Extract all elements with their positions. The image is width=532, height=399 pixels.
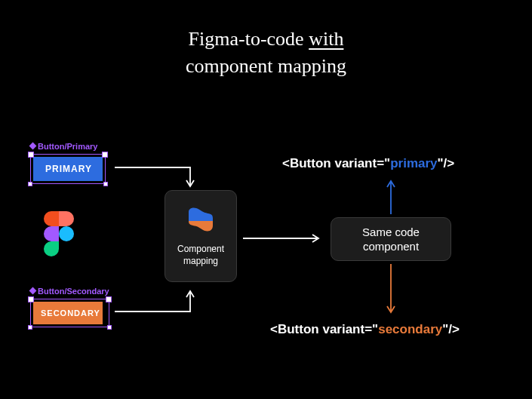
- figma-component-label-secondary: Button/Secondary: [30, 287, 109, 296]
- component-diamond-icon: [29, 287, 37, 295]
- same-code-label: Same code component: [362, 225, 420, 254]
- arrow-primary-to-mapping: [115, 164, 205, 194]
- title-line1-underlined: with: [309, 28, 343, 50]
- code-snippet-primary: <Button variant="primary"/>: [282, 156, 454, 171]
- builder-io-logo-icon: [184, 204, 217, 238]
- diagram-title: Figma-to-code with component mapping: [0, 26, 532, 81]
- svg-point-0: [59, 226, 74, 241]
- code-snippet-secondary: <Button variant="secondary"/>: [270, 322, 460, 337]
- arrow-secondary-to-mapping: [115, 285, 205, 319]
- figma-component-label-primary: Button/Primary: [30, 142, 106, 151]
- same-code-component-box: Same code component: [331, 217, 451, 261]
- title-line2: component mapping: [186, 55, 346, 77]
- arrow-samecode-to-secondary-code: [383, 264, 398, 318]
- selection-frame: SECONDARY: [30, 299, 109, 327]
- component-diamond-icon: [29, 143, 37, 150]
- arrow-mapping-to-samecode: [243, 231, 326, 246]
- component-mapping-label: Component mapping: [177, 244, 224, 267]
- selection-frame: PRIMARY: [30, 154, 106, 184]
- title-line1-pre: Figma-to-code: [189, 28, 309, 50]
- component-mapping-box: Component mapping: [165, 190, 237, 282]
- arrow-samecode-to-primary-code: [383, 176, 398, 217]
- figma-secondary-button-frame: Button/Secondary SECONDARY: [30, 287, 109, 327]
- figma-primary-button-frame: Button/Primary PRIMARY: [30, 142, 106, 184]
- secondary-button: SECONDARY: [33, 302, 103, 324]
- primary-button: PRIMARY: [33, 157, 103, 181]
- figma-logo-icon: [44, 211, 74, 259]
